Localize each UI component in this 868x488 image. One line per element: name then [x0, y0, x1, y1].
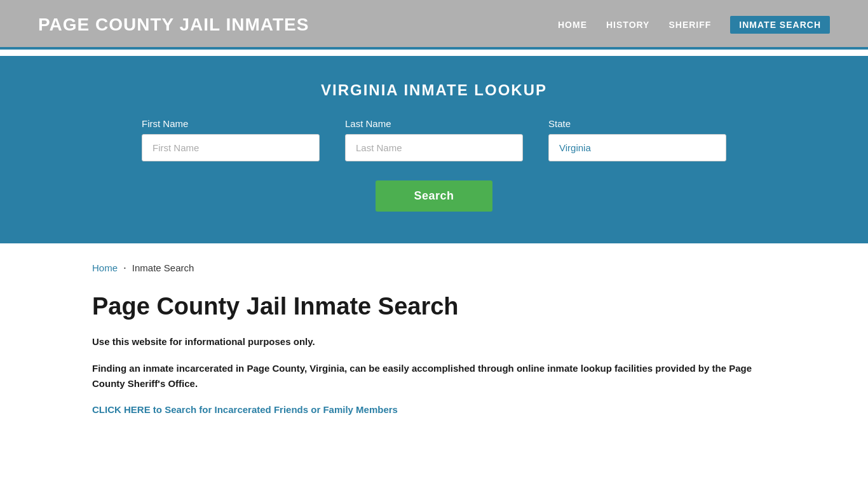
page-heading: Page County Jail Inmate Search — [92, 292, 776, 322]
info-text-1: Use this website for informational purpo… — [92, 334, 776, 349]
first-name-group: First Name — [142, 118, 320, 161]
lookup-section: VIRGINIA INMATE LOOKUP First Name Last N… — [0, 56, 868, 243]
header-bottom-border — [0, 47, 868, 50]
breadcrumb: Home • Inmate Search — [92, 262, 776, 273]
first-name-input[interactable] — [142, 134, 320, 161]
click-here-link[interactable]: CLICK HERE to Search for Incarcerated Fr… — [92, 404, 398, 415]
breadcrumb-separator: • — [124, 265, 126, 271]
nav-history[interactable]: HISTORY — [606, 20, 649, 30]
search-button[interactable]: Search — [376, 180, 492, 212]
first-name-label: First Name — [142, 118, 320, 129]
lookup-title: VIRGINIA INMATE LOOKUP — [38, 81, 830, 99]
nav-inmate-search[interactable]: INMATE SEARCH — [730, 16, 830, 34]
site-header: PAGE COUNTY JAIL INMATES HOME HISTORY SH… — [0, 0, 868, 50]
form-row: First Name Last Name State — [38, 118, 830, 161]
breadcrumb-current: Inmate Search — [132, 262, 194, 273]
main-content: Page County Jail Inmate Search Use this … — [0, 280, 868, 441]
state-input[interactable] — [548, 134, 726, 161]
last-name-input[interactable] — [345, 134, 523, 161]
nav-home[interactable]: HOME — [558, 20, 587, 30]
info-text-2: Finding an inmate incarcerated in Page C… — [92, 361, 753, 391]
main-nav: HOME HISTORY SHERIFF INMATE SEARCH — [558, 16, 830, 34]
last-name-label: Last Name — [345, 118, 523, 129]
site-title: PAGE COUNTY JAIL INMATES — [38, 15, 309, 35]
nav-sheriff[interactable]: SHERIFF — [668, 20, 711, 30]
last-name-group: Last Name — [345, 118, 523, 161]
state-label: State — [548, 118, 726, 129]
breadcrumb-section: Home • Inmate Search — [0, 243, 868, 280]
breadcrumb-home-link[interactable]: Home — [92, 262, 118, 273]
state-group: State — [548, 118, 726, 161]
search-btn-row: Search — [38, 180, 830, 212]
